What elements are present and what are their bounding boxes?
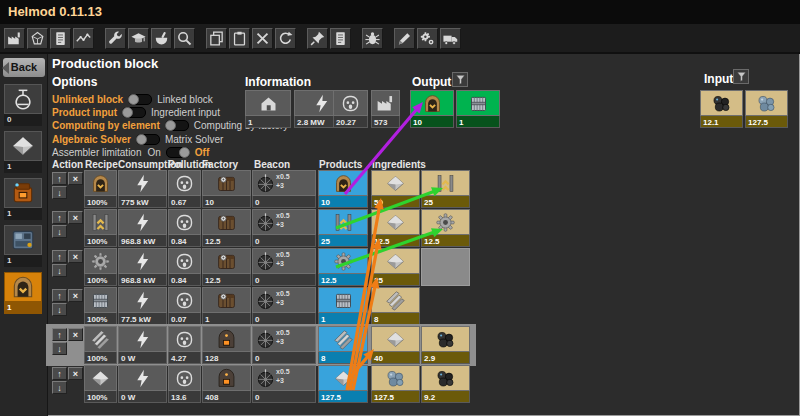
information-cell-building: 1 bbox=[245, 90, 291, 128]
toolbar-gears-button[interactable] bbox=[417, 28, 438, 49]
product-steel-chest[interactable]: 1 bbox=[318, 287, 368, 325]
beacon-cell-value: 0 bbox=[252, 391, 316, 403]
beacon-icon bbox=[255, 212, 276, 233]
delete-row-button[interactable]: × bbox=[68, 328, 83, 341]
product-iron-plate[interactable]: 127.5 bbox=[318, 365, 368, 403]
ingredient-iron-plate-value: 12.5 bbox=[371, 235, 420, 247]
move-down-button[interactable]: ↓ bbox=[52, 225, 67, 238]
move-up-button[interactable]: ↑ bbox=[52, 250, 67, 263]
toolbar-chart-button[interactable] bbox=[73, 28, 94, 49]
recipe-cell[interactable]: 100% bbox=[84, 248, 117, 286]
assembler-limitation-toggle[interactable] bbox=[166, 147, 190, 158]
filter-icon bbox=[735, 70, 748, 83]
ingredient-transport-belt[interactable]: 25 bbox=[421, 170, 470, 208]
factory-cell[interactable]: 128 bbox=[202, 326, 251, 364]
recipe-cell[interactable]: 100% bbox=[84, 209, 117, 247]
input-item-iron-ore[interactable]: 127.5 bbox=[745, 90, 788, 128]
beacon-cell[interactable]: 0x0.5+3 bbox=[252, 209, 316, 247]
output-filter-button[interactable] bbox=[452, 72, 468, 87]
toolbar-education-button[interactable] bbox=[128, 28, 149, 49]
product-transport-belt[interactable]: 25 bbox=[318, 209, 368, 247]
move-up-button[interactable]: ↑ bbox=[52, 367, 67, 380]
toolbar-logistics-button[interactable] bbox=[440, 28, 461, 49]
toolbar-paste-button[interactable] bbox=[229, 28, 250, 49]
chart-icon bbox=[75, 30, 92, 47]
factory-cell[interactable]: 12.5 bbox=[202, 248, 251, 286]
sidebar-item-machine-blue[interactable]: 1 bbox=[4, 225, 42, 267]
option-toggle[interactable] bbox=[136, 134, 160, 145]
product-underground-belt[interactable]: 10 bbox=[318, 170, 368, 208]
beacon-cell[interactable]: 0x0.5+3 bbox=[252, 248, 316, 286]
back-button[interactable]: Back bbox=[3, 58, 45, 77]
toolbar-lab-button[interactable] bbox=[151, 28, 172, 49]
ingredient-coal[interactable]: 2.9 bbox=[421, 326, 470, 364]
factory-cell[interactable]: 12.5 bbox=[202, 209, 251, 247]
recipe-cell[interactable]: 100% bbox=[84, 287, 117, 325]
beacon-cell[interactable]: 0x0.5+3 bbox=[252, 365, 316, 403]
beacon-cell[interactable]: 0x0.5+3 bbox=[252, 326, 316, 364]
move-up-button[interactable]: ↑ bbox=[52, 328, 67, 341]
ingredient-iron-plate[interactable]: 40 bbox=[371, 326, 420, 364]
factory-cell-value: 12.5 bbox=[202, 274, 251, 286]
factory-cell[interactable]: 1 bbox=[202, 287, 251, 325]
beacon-cell[interactable]: 0x0.5+3 bbox=[252, 287, 316, 325]
toolbar-document-button[interactable] bbox=[50, 28, 71, 49]
product-iron-gear[interactable]: 12.5 bbox=[318, 248, 368, 286]
toolbar-bug-button[interactable] bbox=[362, 28, 383, 49]
factory-cell[interactable]: 10 bbox=[202, 170, 251, 208]
move-down-button[interactable]: ↓ bbox=[52, 264, 67, 277]
recipe-cell[interactable]: 100% bbox=[84, 170, 117, 208]
delete-row-button[interactable]: × bbox=[68, 250, 83, 263]
sidebar-item-burner-machine[interactable]: 1 bbox=[4, 178, 42, 220]
move-up-button[interactable]: ↑ bbox=[52, 172, 67, 185]
delete-row-button[interactable]: × bbox=[68, 367, 83, 380]
toolbar-copy-button[interactable] bbox=[206, 28, 227, 49]
move-down-button[interactable]: ↓ bbox=[52, 381, 67, 394]
toolbar-close-button[interactable] bbox=[252, 28, 273, 49]
toolbar-ore-button[interactable] bbox=[27, 28, 48, 49]
sidebar-item-lab-outline[interactable]: 0 bbox=[4, 84, 42, 126]
input-item-coal[interactable]: 12.1 bbox=[700, 90, 743, 128]
move-down-button[interactable]: ↓ bbox=[52, 303, 67, 316]
toolbar-factory-button[interactable] bbox=[4, 28, 25, 49]
output-item-underground-belt[interactable]: 10 bbox=[410, 90, 454, 128]
move-down-button[interactable]: ↓ bbox=[52, 186, 67, 199]
toolbar-pin-button[interactable] bbox=[307, 28, 328, 49]
input-filter-button[interactable] bbox=[733, 69, 749, 84]
ingredient-iron-plate[interactable]: 12.5 bbox=[371, 209, 420, 247]
move-up-button[interactable]: ↑ bbox=[52, 211, 67, 224]
toolbar-document2-button[interactable] bbox=[330, 28, 351, 49]
ingredient-iron-plate[interactable]: 50 bbox=[371, 170, 420, 208]
product-steel-plate[interactable]: 8 bbox=[318, 326, 368, 364]
ingredient-iron-gear[interactable]: 12.5 bbox=[421, 209, 470, 247]
recipe-cell[interactable]: 100% bbox=[84, 326, 117, 364]
output-item-steel-chest[interactable]: 1 bbox=[456, 90, 500, 128]
iron-plate-icon bbox=[385, 173, 406, 194]
delete-row-button[interactable]: × bbox=[68, 211, 83, 224]
move-up-button[interactable]: ↑ bbox=[52, 289, 67, 302]
sidebar-item-iron-plate[interactable]: 1 bbox=[4, 131, 42, 173]
ingredient-iron-plate[interactable]: 25 bbox=[371, 248, 420, 286]
ingredient-steel-plate[interactable]: 8 bbox=[371, 287, 420, 325]
delete-row-button[interactable]: × bbox=[68, 289, 83, 302]
beacon-cell[interactable]: 0x0.5+3 bbox=[252, 170, 316, 208]
beacon-cell-value: 0 bbox=[252, 352, 316, 364]
ingredient-coal[interactable]: 9.2 bbox=[421, 365, 470, 403]
recipe-cell[interactable]: 100% bbox=[84, 365, 117, 403]
option-toggle[interactable] bbox=[128, 94, 152, 105]
energy-icon bbox=[132, 329, 153, 350]
ingredient-iron-ore[interactable]: 127.5 bbox=[371, 365, 420, 403]
factory-cell-value: 1 bbox=[202, 313, 251, 325]
toolbar-search-button[interactable] bbox=[174, 28, 195, 49]
delete-row-button[interactable]: × bbox=[68, 172, 83, 185]
toolbar-wrench-button[interactable] bbox=[105, 28, 126, 49]
move-down-button[interactable]: ↓ bbox=[52, 342, 67, 355]
option-toggle[interactable] bbox=[122, 107, 146, 118]
pollution-icon bbox=[174, 368, 195, 389]
toolbar-refresh-button[interactable] bbox=[275, 28, 296, 49]
factory-cell[interactable]: 408 bbox=[202, 365, 251, 403]
beacon-modifiers: x0.5+3 bbox=[276, 367, 290, 385]
option-toggle[interactable] bbox=[165, 120, 189, 131]
sidebar-item-underground-belt[interactable]: 1 bbox=[4, 272, 42, 314]
toolbar-pencil-button[interactable] bbox=[394, 28, 415, 49]
